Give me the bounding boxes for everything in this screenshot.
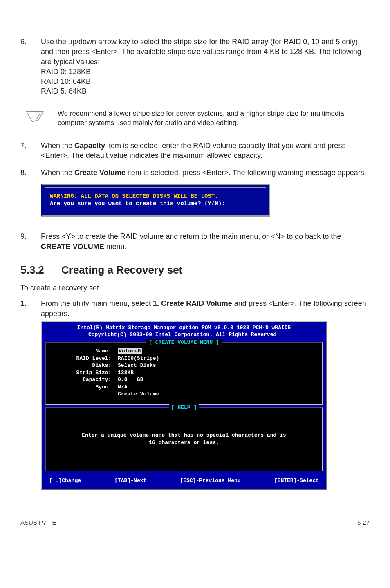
key-enter: [ENTER]-Select [274,477,319,485]
note-text: We recommend a lower stripe size for ser… [49,105,370,132]
text-bold: Capacity [74,141,105,150]
text-pre: From the utility main menu, select [41,299,153,307]
text-bold: CREATE VOLUME [41,242,104,251]
panel-title: [ HELP ] [46,404,322,411]
text-pre: When the [41,168,74,177]
step-text: Use the up/down arrow key to select the … [41,37,370,67]
step-1: 1. From the utility main menu, select 1.… [20,298,370,490]
step-number: 1. [20,298,41,490]
name-input[interactable]: Volume0 [118,348,142,354]
step-8: 8. When the Create Volume item is select… [20,168,370,224]
raid0-value: RAID 0: 128KB [41,67,370,76]
field-create-volume[interactable]: Create Volume [54,391,314,398]
prompt-text: Are you sure you want to create this vol… [50,200,261,208]
step-number: 7. [20,141,41,161]
field-capacity[interactable]: Capacity: 0.0 GB [54,376,314,384]
raid10-value: RAID 10: 64KB [41,76,370,86]
step-body: When the Create Volume item is selected,… [41,168,370,224]
bios-title-line2: Copyright(C) 2003-09 Intel Corporation. … [46,331,322,339]
raid5-value: RAID 5: 64KB [41,86,370,96]
warning-text: WARNING: ALL DATA ON SELECTED DISKS WILL… [50,193,261,200]
help-text: Enter a unique volume name that has no s… [82,432,286,447]
note-icon [20,105,49,126]
help-line1: Enter a unique volume name that has no s… [82,432,286,439]
step-body: From the utility main menu, select 1. Cr… [41,298,370,490]
bios-screen: Intel(R) Matrix Storage Manager option R… [41,321,327,490]
warning-dialog: WARNING: ALL DATA ON SELECTED DISKS WILL… [41,184,270,217]
field-name: Name: Volume0 [54,348,314,355]
key-esc: [ESC]-Previous Menu [180,477,240,485]
text-pre: Press <Y> to create the RAID volume and … [41,232,341,240]
step-number: 6. [20,37,41,97]
field-strip-size[interactable]: Strip Size: 128KB [54,369,314,377]
text-post: item is selected, press <Enter>. The fol… [126,168,366,177]
panel-title: [ CREATE VOLUME MENU ] [46,339,322,346]
text-pre: When the [41,141,74,150]
note-callout: We recommend a lower stripe size for ser… [20,105,370,132]
step-9: 9. Press <Y> to create the RAID volume a… [20,231,370,251]
footer-right: 5-27 [357,518,370,527]
intro-text: To create a recovery set [20,283,370,293]
text-bold: 1. Create RAID Volume [153,299,232,307]
panel-title-text: [ CREATE VOLUME MENU ] [146,339,222,346]
step-6: 6. Use the up/down arrow key to select t… [20,37,370,97]
text-post: menu. [104,242,127,251]
create-volume-panel: [ CREATE VOLUME MENU ] Name: Volume0 RAI… [45,342,323,405]
section-title: Creating a Recovery set [61,264,182,276]
key-tab: [TAB]-Next [114,477,146,485]
bios-footer: [↑↓]Change [TAB]-Next [ESC]-Previous Men… [42,473,326,489]
field-raid-level[interactable]: RAID Level: RAID0(Stripe) [54,355,314,362]
step-number: 9. [20,231,41,251]
key-change: [↑↓]Change [49,477,81,485]
step-number: 8. [20,168,41,224]
step-7: 7. When the Capacity item is selected, e… [20,141,370,161]
page-footer: ASUS P7F-E 5-27 [20,518,370,527]
section-heading: 5.3.2Creating a Recovery set [20,263,370,277]
step-body: Press <Y> to create the RAID volume and … [41,231,370,251]
step-body: When the Capacity item is selected, ente… [41,141,370,161]
label: Name: [54,348,118,354]
field-sync: Sync: N/A [54,384,314,391]
field-disks[interactable]: Disks: Select Disks [54,362,314,369]
panel-title-text: [ HELP ] [169,404,199,411]
footer-left: ASUS P7F-E [20,518,56,527]
bios-title-line1: Intel(R) Matrix Storage Manager option R… [46,324,322,332]
step-body: Use the up/down arrow key to select the … [41,37,370,97]
help-line2: 16 characters or less. [82,439,286,447]
help-panel: [ HELP ] Enter a unique volume name that… [45,407,323,471]
section-number: 5.3.2 [20,263,61,277]
text-bold: Create Volume [74,168,126,177]
